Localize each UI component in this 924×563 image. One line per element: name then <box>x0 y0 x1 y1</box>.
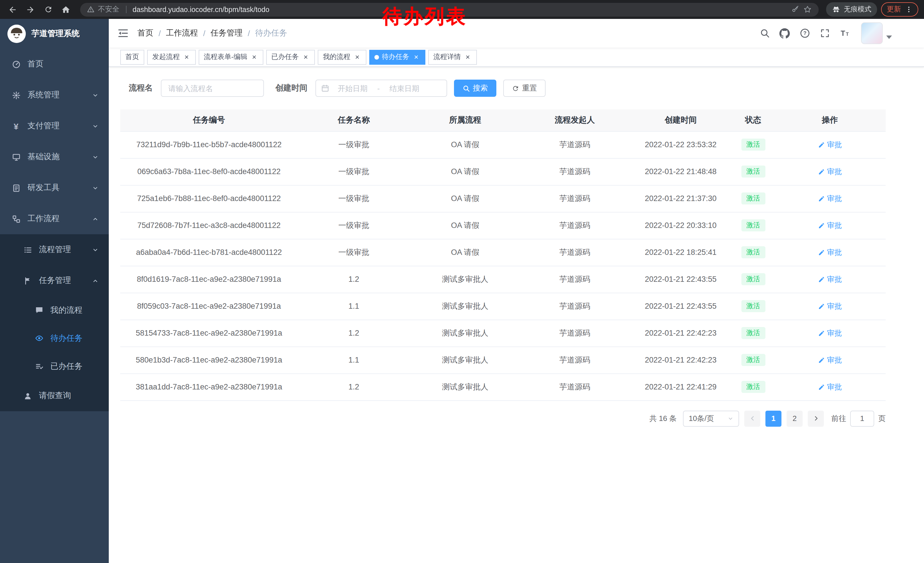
breadcrumb-home[interactable]: 首页 <box>137 28 153 38</box>
flag-icon <box>23 276 32 285</box>
cell-created: 2022-01-21 22:42:23 <box>629 320 732 347</box>
table-row: 8f0d1619-7ac8-11ec-a9e2-a2380e71991a 1.2… <box>120 266 886 293</box>
sidebar-item-leave-query[interactable]: 请假查询 <box>0 380 109 411</box>
page-button-2[interactable]: 2 <box>787 410 802 426</box>
date-range-picker[interactable]: - <box>315 80 447 97</box>
breadcrumb-workflow[interactable]: 工作流程 <box>166 28 198 38</box>
search-button-label: 搜索 <box>473 83 488 93</box>
close-icon[interactable]: × <box>183 53 190 61</box>
warning-icon[interactable] <box>87 6 94 13</box>
sidebar-item-workflow[interactable]: 工作流程 <box>0 203 109 234</box>
close-icon[interactable]: × <box>412 53 420 61</box>
approve-link[interactable]: 审批 <box>818 220 842 231</box>
page-content: 流程名 创建时间 - 搜索 <box>109 67 924 563</box>
cell-task-name: 1.2 <box>298 266 410 293</box>
tab-my-processes[interactable]: 我的流程 × <box>318 50 366 65</box>
fullscreen-icon[interactable] <box>815 24 834 43</box>
approve-link[interactable]: 审批 <box>818 328 842 338</box>
tab-start-process[interactable]: 发起流程 × <box>147 50 196 65</box>
sidebar-item-label: 工作流程 <box>27 214 60 224</box>
sidebar-item-dev-tools[interactable]: 研发工具 <box>0 173 109 203</box>
browser-forward-icon[interactable] <box>24 3 37 17</box>
user-menu[interactable] <box>861 23 892 44</box>
reset-button[interactable]: 重置 <box>503 80 546 97</box>
sidebar-logo-row[interactable]: 芋道管理系统 <box>0 19 109 49</box>
tab-todo-tasks[interactable]: 待办任务 × <box>369 50 425 65</box>
address-bar[interactable]: 不安全 dashboard.yudao.iocoder.cn/bpm/task/… <box>80 3 819 17</box>
bookmark-star-icon[interactable] <box>803 5 812 14</box>
prev-page-button[interactable] <box>744 410 760 426</box>
approve-link[interactable]: 审批 <box>818 247 842 257</box>
approve-link[interactable]: 审批 <box>818 355 842 365</box>
cell-process: OA 请假 <box>410 239 520 266</box>
sidebar-item-todo-tasks[interactable]: 待办任务 <box>0 324 109 352</box>
approve-link[interactable]: 审批 <box>818 167 842 177</box>
cell-created: 2022-01-21 22:43:55 <box>629 266 732 293</box>
cell-process: OA 请假 <box>410 131 520 158</box>
close-icon[interactable]: × <box>250 53 258 61</box>
tab-home[interactable]: 首页 <box>120 50 144 65</box>
tab-process-detail[interactable]: 流程详情 × <box>428 50 477 65</box>
sidebar-item-my-processes[interactable]: 我的流程 <box>0 296 109 324</box>
cell-process: 测试多审批人 <box>410 320 520 347</box>
goto-page-input[interactable] <box>850 410 874 426</box>
browser-menu-icon[interactable] <box>905 6 912 13</box>
approve-link[interactable]: 审批 <box>818 301 842 311</box>
approve-link[interactable]: 审批 <box>818 382 842 392</box>
cell-process: 测试多审批人 <box>410 347 520 374</box>
end-date-input[interactable] <box>383 84 426 93</box>
close-icon[interactable]: × <box>353 53 361 61</box>
key-icon[interactable] <box>791 5 800 14</box>
approve-link-label: 审批 <box>827 167 842 177</box>
list-icon <box>23 245 32 254</box>
approve-link-label: 审批 <box>827 355 842 365</box>
svg-text:?: ? <box>803 30 806 36</box>
breadcrumb-task-management[interactable]: 任务管理 <box>211 28 243 38</box>
browser-reload-icon[interactable] <box>41 3 55 17</box>
sidebar-item-task-management[interactable]: 任务管理 <box>0 265 109 296</box>
cell-initiator: 芋道源码 <box>520 374 629 400</box>
goto-label: 前往 <box>831 413 846 423</box>
sidebar-item-process-management[interactable]: 流程管理 <box>0 234 109 265</box>
browser-update-button[interactable]: 更新 <box>881 2 918 17</box>
search-button[interactable]: 搜索 <box>454 80 496 97</box>
sidebar: 芋道管理系统 首页 系统管理 ¥ 支付管理 <box>0 19 109 563</box>
approve-link[interactable]: 审批 <box>818 193 842 204</box>
cell-task-name: 1.2 <box>298 320 410 347</box>
search-icon[interactable] <box>755 24 774 43</box>
menu-fold-icon[interactable] <box>109 19 137 48</box>
status-badge: 激活 <box>741 246 765 258</box>
sidebar-item-infrastructure[interactable]: 基础设施 <box>0 141 109 173</box>
caret-down-icon <box>886 36 892 39</box>
cell-created: 2022-01-21 22:43:55 <box>629 293 732 320</box>
date-range-separator: - <box>376 84 381 93</box>
help-icon[interactable]: ? <box>795 24 814 43</box>
approve-link[interactable]: 审批 <box>818 140 842 150</box>
page-size-select[interactable]: 10条/页 <box>683 410 739 426</box>
chevron-down-icon <box>92 246 99 253</box>
sidebar-item-system[interactable]: 系统管理 <box>0 80 109 111</box>
page-button-1[interactable]: 1 <box>765 410 782 426</box>
approve-link[interactable]: 审批 <box>818 274 842 284</box>
sidebar-item-payment[interactable]: ¥ 支付管理 <box>0 111 109 141</box>
sidebar-item-done-tasks[interactable]: 已办任务 <box>0 352 109 380</box>
tab-process-form-edit[interactable]: 流程表单-编辑 × <box>199 50 263 65</box>
browser-home-icon[interactable] <box>59 3 73 17</box>
next-page-button[interactable] <box>808 410 824 426</box>
browser-back-icon[interactable] <box>6 3 20 17</box>
close-icon[interactable]: × <box>464 53 472 61</box>
cell-task-name: 一级审批 <box>298 212 410 239</box>
cell-task-name: 一级审批 <box>298 158 410 185</box>
cell-task-name: 一级审批 <box>298 185 410 212</box>
screenshot-root: 不安全 dashboard.yudao.iocoder.cn/bpm/task/… <box>0 0 924 563</box>
dashboard-icon <box>12 60 21 69</box>
close-icon[interactable]: × <box>302 53 310 61</box>
start-date-input[interactable] <box>332 84 374 93</box>
column-header-created: 创建时间 <box>629 110 732 131</box>
tab-done-tasks[interactable]: 已办任务 × <box>266 50 315 65</box>
sidebar-item-home[interactable]: 首页 <box>0 49 109 80</box>
process-name-input[interactable] <box>161 80 264 97</box>
user-avatar[interactable] <box>861 23 883 44</box>
font-size-icon[interactable]: TT <box>835 24 854 43</box>
github-icon[interactable] <box>775 24 794 43</box>
